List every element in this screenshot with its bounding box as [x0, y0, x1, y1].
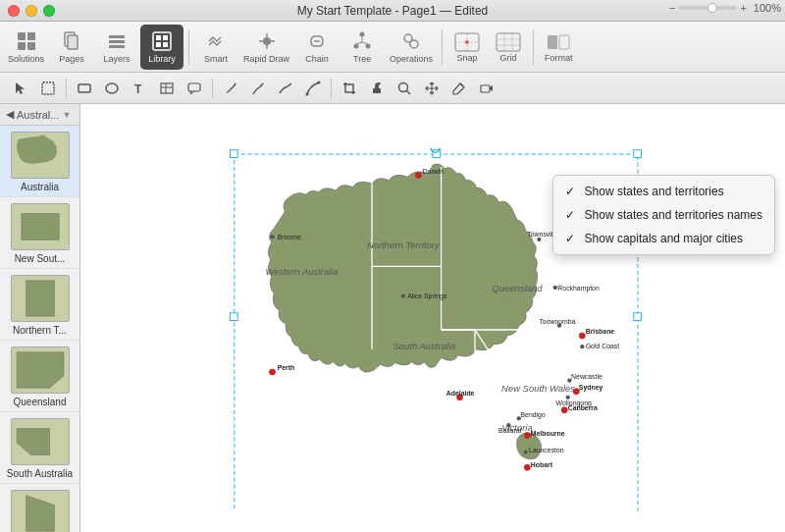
- menu-item-states[interactable]: ✓ Show states and territories: [553, 180, 774, 203]
- australia-label: Australia: [4, 182, 77, 192]
- text-tool[interactable]: T: [127, 76, 152, 101]
- toolbar-chain[interactable]: Chain: [295, 25, 339, 70]
- toolbar-pages[interactable]: Pages: [50, 25, 93, 70]
- svg-rect-8: [109, 45, 125, 48]
- svg-text:Alice Springs: Alice Springs: [407, 293, 447, 300]
- toolbar-layers[interactable]: Layers: [95, 25, 138, 70]
- australia-thumb: [11, 132, 70, 179]
- brisbane-dot: [579, 333, 585, 339]
- zoom-control: − + 100%: [669, 2, 781, 14]
- main-toolbar: Solutions Pages Layers Library Smart Rap…: [0, 22, 785, 73]
- solutions-label: Solutions: [8, 54, 44, 64]
- sidebar-item-sa[interactable]: South Australia: [0, 412, 79, 484]
- menu-item-capitals[interactable]: ✓ Show capitals and major cities: [553, 227, 774, 250]
- canberra-dot: [561, 407, 567, 413]
- pen-tool[interactable]: [218, 76, 243, 101]
- menu-names-label: Show states and territories names: [585, 208, 762, 222]
- toolbar-operations[interactable]: Operations: [386, 25, 437, 70]
- svg-rect-0: [18, 32, 26, 40]
- svg-point-47: [235, 82, 236, 84]
- toolbar-format[interactable]: Format: [539, 29, 579, 65]
- toolbar-grid[interactable]: Grid: [489, 29, 528, 65]
- svg-text:Toowoomba: Toowoomba: [539, 318, 575, 325]
- nsw-label-map: New South Wales: [501, 383, 575, 394]
- menu-states-label: Show states and territories: [585, 185, 724, 198]
- sidebar-item-qld[interactable]: Queensland: [0, 341, 79, 412]
- chain-label: Chain: [305, 54, 329, 64]
- sidebar-item-nt[interactable]: Northern T...: [0, 269, 79, 341]
- sidebar: ◀ Austral... ▼ Australia New Sout...: [0, 104, 80, 532]
- gold-coast-dot: [580, 345, 584, 348]
- select-tool[interactable]: [35, 76, 61, 101]
- handle-tr: [634, 150, 642, 158]
- magnify-tool[interactable]: [392, 76, 417, 101]
- zoom-in-btn[interactable]: +: [740, 2, 746, 14]
- svg-rect-37: [548, 35, 557, 49]
- sidebar-item-nsw[interactable]: New Sout...: [0, 197, 79, 269]
- arc-tool[interactable]: [300, 76, 326, 101]
- bc-arrow[interactable]: ◀: [6, 108, 14, 121]
- toolbar-snap[interactable]: Snap: [447, 29, 487, 65]
- svg-rect-46: [188, 83, 200, 91]
- svg-rect-3: [27, 42, 35, 50]
- ellipse-tool[interactable]: [99, 76, 125, 101]
- svg-rect-2: [18, 42, 26, 50]
- tree-label: Tree: [353, 54, 371, 64]
- close-button[interactable]: [8, 5, 20, 17]
- smart-label: Smart: [204, 54, 228, 64]
- nsw-thumb: [11, 203, 70, 250]
- sa-label-map: South Australia: [393, 341, 456, 351]
- svg-text:Darwin: Darwin: [423, 168, 445, 175]
- maximize-button[interactable]: [43, 5, 55, 17]
- svg-rect-12: [156, 42, 161, 47]
- svg-rect-9: [153, 32, 171, 50]
- zoom-out-btn[interactable]: −: [669, 2, 675, 14]
- grid-label: Grid: [500, 53, 517, 63]
- svg-rect-6: [109, 35, 125, 38]
- darwin-dot: [415, 173, 421, 179]
- perth-dot: [270, 369, 276, 375]
- svg-point-41: [106, 83, 118, 93]
- svg-point-48: [306, 92, 309, 95]
- menu-item-state-names[interactable]: ✓ Show states and territories names: [553, 203, 774, 227]
- qld-label: Queensland: [4, 397, 77, 407]
- svg-point-22: [366, 44, 371, 49]
- crop-tool[interactable]: [337, 76, 362, 101]
- qld-thumb: [11, 346, 70, 394]
- toolbar-tree[interactable]: Tree: [340, 25, 384, 70]
- pencil-tool[interactable]: [245, 76, 271, 101]
- library-icon: [150, 29, 174, 53]
- toolbar-library[interactable]: Library: [140, 25, 183, 70]
- map-area[interactable]: Western Australia Northern Territory Que…: [80, 104, 785, 532]
- toolbar-solutions[interactable]: Solutions: [4, 25, 48, 70]
- svg-point-31: [465, 40, 469, 44]
- minimize-button[interactable]: [26, 5, 37, 17]
- line-tool[interactable]: [273, 76, 298, 101]
- pan-tool[interactable]: [419, 76, 445, 101]
- svg-text:Broome: Broome: [278, 234, 301, 240]
- pages-icon: [60, 29, 83, 53]
- svg-text:Adelaide: Adelaide: [446, 390, 475, 397]
- svg-rect-55: [481, 85, 490, 92]
- grid-icon: [495, 31, 522, 53]
- sidebar-item-tasmania[interactable]: Tasmania: [0, 484, 79, 532]
- eyedropper-tool[interactable]: [446, 76, 472, 101]
- toolbar-smart[interactable]: Smart: [194, 25, 237, 70]
- cursor-tool[interactable]: [8, 76, 33, 101]
- toolbar-rapid-draw[interactable]: Rapid Draw: [239, 25, 293, 70]
- rectangle-tool[interactable]: [72, 76, 97, 101]
- zoom-slider[interactable]: [678, 6, 737, 10]
- svg-point-53: [431, 86, 434, 89]
- video-tool[interactable]: [474, 76, 499, 101]
- check-capitals: ✓: [565, 232, 579, 245]
- stamp-tool[interactable]: [364, 76, 390, 101]
- callout-tool[interactable]: [182, 76, 207, 101]
- svg-point-14: [263, 37, 271, 45]
- svg-text:Hobart: Hobart: [531, 461, 553, 468]
- svg-rect-7: [109, 40, 125, 43]
- svg-point-20: [360, 32, 365, 37]
- tasmania-thumb: [11, 490, 70, 532]
- sidebar-item-australia[interactable]: Australia: [0, 126, 79, 197]
- svg-text:Ballarat: Ballarat: [498, 427, 521, 434]
- table-tool[interactable]: [154, 76, 180, 101]
